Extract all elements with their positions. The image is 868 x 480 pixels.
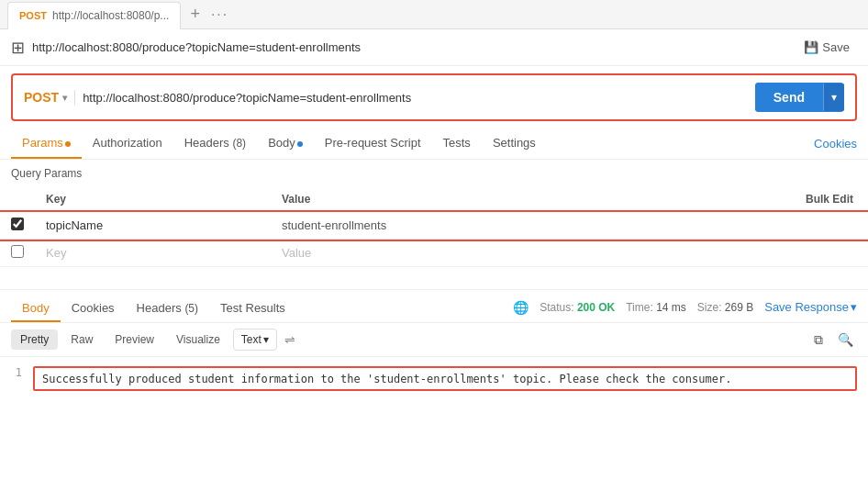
url-icon: ⊞ bbox=[11, 38, 25, 58]
tab-method-label: POST bbox=[19, 10, 47, 21]
format-preview-button[interactable]: Preview bbox=[106, 329, 163, 350]
add-tab-button[interactable]: + bbox=[183, 5, 207, 24]
response-tab-test-results[interactable]: Test Results bbox=[209, 296, 296, 322]
tab-tests[interactable]: Tests bbox=[432, 128, 482, 159]
send-dropdown-button[interactable]: ▾ bbox=[823, 84, 844, 111]
row-2-key-cell[interactable]: Key bbox=[35, 240, 271, 267]
response-headers-count: (5) bbox=[184, 302, 198, 315]
method-select[interactable]: POST ▾ bbox=[24, 90, 75, 105]
text-type-dropdown[interactable]: Text ▾ bbox=[233, 329, 277, 351]
row-2-checkbox-cell bbox=[0, 240, 35, 267]
url-display: http://localhost:8080/produce?topicName=… bbox=[32, 40, 789, 54]
response-line-1: 1 Successfully produced student informat… bbox=[0, 364, 868, 393]
text-dropdown-chevron-icon: ▾ bbox=[263, 333, 269, 346]
request-line: POST ▾ Send ▾ bbox=[11, 73, 857, 121]
tab-pre-request-script[interactable]: Pre-request Script bbox=[314, 128, 432, 159]
cookies-link[interactable]: Cookies bbox=[814, 137, 857, 151]
save-response-button[interactable]: Save Response ▾ bbox=[764, 300, 857, 314]
response-line-content-wrapper: Successfully produced student informatio… bbox=[33, 366, 857, 391]
format-visualize-button[interactable]: Visualize bbox=[167, 329, 229, 350]
row-1-value-cell[interactable]: student-enrollments bbox=[271, 212, 649, 240]
save-button[interactable]: 💾 Save bbox=[796, 37, 857, 58]
tab-params[interactable]: Params bbox=[11, 128, 82, 159]
key-col-header: Key bbox=[35, 187, 271, 212]
tab-bar: POST http://localhost:8080/p... + ··· bbox=[0, 0, 868, 29]
checkbox-col-header bbox=[0, 187, 35, 212]
tab-url-label: http://localhost:8080/p... bbox=[52, 9, 169, 22]
url-bar-section: ⊞ http://localhost:8080/produce?topicNam… bbox=[0, 29, 868, 66]
table-row-empty: Key Value bbox=[0, 240, 868, 267]
params-table: Key Value Bulk Edit topicName student-en… bbox=[0, 187, 868, 267]
format-toolbar: Pretty Raw Preview Visualize Text ▾ ⇌ ⧉ … bbox=[0, 323, 868, 357]
body-dot bbox=[297, 141, 303, 147]
method-chevron-icon: ▾ bbox=[62, 93, 67, 103]
row-2-value-cell[interactable]: Value bbox=[271, 240, 649, 267]
tab-body[interactable]: Body bbox=[257, 128, 314, 159]
globe-icon: 🌐 bbox=[513, 300, 529, 315]
filter-icon[interactable]: ⇌ bbox=[284, 332, 295, 347]
response-tab-body[interactable]: Body bbox=[11, 296, 61, 322]
format-right-actions: ⧉ 🔍 bbox=[810, 330, 857, 350]
copy-button[interactable]: ⧉ bbox=[810, 330, 827, 350]
query-params-title: Query Params bbox=[0, 160, 868, 187]
response-time: Time: 14 ms bbox=[626, 301, 686, 314]
more-tabs-button[interactable]: ··· bbox=[207, 6, 232, 23]
line-number-1: 1 bbox=[0, 366, 33, 379]
save-response-chevron-icon: ▾ bbox=[851, 300, 857, 314]
row-1-checkbox[interactable] bbox=[11, 218, 24, 230]
response-section: Body Cookies Headers (5) Test Results 🌐 … bbox=[0, 289, 868, 400]
response-tab-headers[interactable]: Headers (5) bbox=[126, 296, 209, 322]
request-tabs-nav: Params Authorization Headers (8) Body Pr… bbox=[0, 128, 868, 160]
browser-tab-1[interactable]: POST http://localhost:8080/p... bbox=[7, 2, 181, 29]
row-1-key-cell[interactable]: topicName bbox=[35, 212, 271, 240]
main-content: ⊞ http://localhost:8080/produce?topicNam… bbox=[0, 29, 868, 480]
row-1-extra-cell bbox=[649, 212, 868, 240]
row-2-checkbox[interactable] bbox=[11, 245, 24, 258]
headers-count: (8) bbox=[232, 137, 246, 150]
tab-authorization[interactable]: Authorization bbox=[82, 128, 173, 159]
save-icon: 💾 bbox=[804, 40, 818, 54]
send-button[interactable]: Send bbox=[755, 83, 823, 112]
row-2-extra-cell bbox=[649, 240, 868, 267]
response-tabs-nav: Body Cookies Headers (5) Test Results 🌐 … bbox=[0, 290, 868, 323]
row-1-checkbox-cell bbox=[0, 212, 35, 240]
response-size: Size: 269 B bbox=[697, 301, 753, 314]
tab-headers[interactable]: Headers (8) bbox=[173, 128, 257, 159]
url-input[interactable] bbox=[83, 91, 755, 105]
table-row: topicName student-enrollments bbox=[0, 212, 868, 240]
params-dot bbox=[65, 141, 71, 147]
response-tab-cookies[interactable]: Cookies bbox=[61, 296, 126, 322]
tab-settings[interactable]: Settings bbox=[482, 128, 547, 159]
response-body: 1 Successfully produced student informat… bbox=[0, 357, 868, 400]
row-2-key-placeholder: Key bbox=[46, 246, 66, 260]
response-meta: 🌐 Status: 200 OK Time: 14 ms Size: 269 B… bbox=[513, 300, 857, 318]
method-label: POST bbox=[24, 90, 59, 105]
format-pretty-button[interactable]: Pretty bbox=[11, 329, 58, 350]
send-button-group[interactable]: Send ▾ bbox=[755, 83, 844, 112]
search-button[interactable]: 🔍 bbox=[834, 330, 857, 350]
value-col-header: Value bbox=[271, 187, 649, 212]
bulk-edit-col-header[interactable]: Bulk Edit bbox=[649, 187, 868, 212]
response-line-content-1: Successfully produced student informatio… bbox=[42, 373, 731, 385]
response-status: Status: 200 OK bbox=[540, 301, 615, 314]
row-2-value-placeholder: Value bbox=[282, 246, 311, 260]
format-raw-button[interactable]: Raw bbox=[61, 329, 102, 350]
